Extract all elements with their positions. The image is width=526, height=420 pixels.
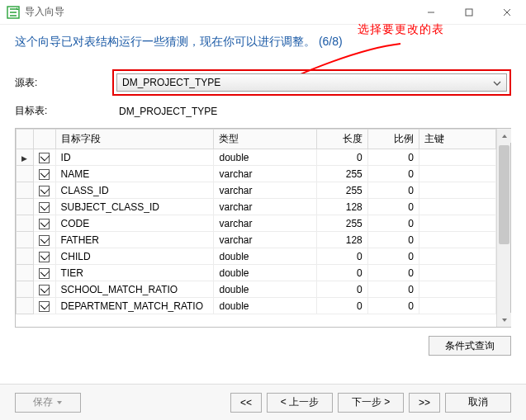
maximize-button[interactable] [450,0,488,25]
cell-scale[interactable]: 0 [367,265,419,281]
cell-length[interactable]: 0 [316,248,367,265]
vertical-scrollbar[interactable] [496,129,510,327]
cancel-button[interactable]: 取消 [445,393,511,413]
table-row[interactable]: CLASS_IDvarchar2550 [17,182,496,199]
cell-scale[interactable]: 0 [367,149,419,166]
back-button[interactable]: < 上一步 [267,393,333,413]
next-button[interactable]: 下一步 > [338,393,404,413]
checkbox-icon[interactable] [39,285,50,295]
table-row[interactable]: FATHERvarchar1280 [17,232,496,248]
table-row[interactable]: IDdouble00 [17,149,496,166]
table-row[interactable]: TIERdouble00 [17,265,496,281]
cell-scale[interactable]: 0 [367,248,419,265]
cell-type[interactable]: double [214,248,316,265]
col-scale[interactable]: 比例 [367,130,419,149]
cell-pk[interactable] [419,182,495,199]
cell-length[interactable]: 128 [316,199,367,215]
table-row[interactable]: SCHOOL_MATCH_RATIOdouble00 [17,281,496,298]
col-pk[interactable]: 主键 [419,130,495,149]
cell-scale[interactable]: 0 [367,182,419,199]
cell-field[interactable]: CHILD [55,248,214,265]
cell-field[interactable]: SUBJECT_CLASS_ID [55,199,214,215]
col-field[interactable]: 目标字段 [55,130,214,149]
cell-type[interactable]: double [214,298,316,314]
cell-field[interactable]: CODE [55,215,214,232]
cell-scale[interactable]: 0 [367,166,419,182]
cell-type[interactable]: varchar [214,182,316,199]
row-checkbox-cell[interactable] [33,232,55,248]
cell-length[interactable]: 0 [316,149,367,166]
cell-length[interactable]: 255 [316,182,367,199]
table-row[interactable]: NAMEvarchar2550 [17,166,496,182]
table-row[interactable]: DEPARTMENT_MATCH_RATIOdouble00 [17,298,496,314]
last-button[interactable]: >> [409,393,440,413]
cell-field[interactable]: CLASS_ID [55,182,214,199]
cell-pk[interactable] [419,149,495,166]
checkbox-icon[interactable] [39,219,50,229]
cell-length[interactable]: 255 [316,215,367,232]
row-checkbox-cell[interactable] [33,149,55,166]
cell-pk[interactable] [419,281,495,298]
table-row[interactable]: SUBJECT_CLASS_IDvarchar1280 [17,199,496,215]
cell-scale[interactable]: 0 [367,215,419,232]
cell-type[interactable]: varchar [214,199,316,215]
close-button[interactable] [488,0,526,25]
cell-type[interactable]: varchar [214,166,316,182]
scroll-up-icon[interactable] [497,129,511,143]
checkbox-icon[interactable] [39,268,50,279]
cell-pk[interactable] [419,298,495,314]
cell-field[interactable]: NAME [55,166,214,182]
scroll-thumb[interactable] [499,145,509,244]
row-checkbox-cell[interactable] [33,265,55,281]
cell-type[interactable]: varchar [214,232,316,248]
cell-pk[interactable] [419,265,495,281]
cell-length[interactable]: 128 [316,232,367,248]
row-checkbox-cell[interactable] [33,199,55,215]
cell-scale[interactable]: 0 [367,281,419,298]
cell-field[interactable]: TIER [55,265,214,281]
row-checkbox-cell[interactable] [33,182,55,199]
conditional-query-button[interactable]: 条件式查询 [429,336,511,356]
scroll-down-icon[interactable] [497,313,511,327]
row-checkbox-cell[interactable] [33,281,55,298]
cell-pk[interactable] [419,166,495,182]
checkbox-icon[interactable] [39,235,50,246]
cell-type[interactable]: double [214,149,316,166]
checkbox-icon[interactable] [39,169,50,180]
cell-field[interactable]: FATHER [55,232,214,248]
col-length[interactable]: 长度 [316,130,367,149]
cell-type[interactable]: double [214,265,316,281]
cell-length[interactable]: 255 [316,166,367,182]
cell-pk[interactable] [419,199,495,215]
cell-pk[interactable] [419,248,495,265]
checkbox-icon[interactable] [39,186,50,196]
checkbox-icon[interactable] [39,252,50,262]
table-row[interactable]: CHILDdouble00 [17,248,496,265]
cell-field[interactable]: ID [55,149,214,166]
checkbox-icon[interactable] [39,301,50,312]
cell-type[interactable]: varchar [214,215,316,232]
checkbox-icon[interactable] [39,202,50,213]
cell-scale[interactable]: 0 [367,232,419,248]
checkbox-icon[interactable] [39,153,50,163]
cell-type[interactable]: double [214,281,316,298]
cell-scale[interactable]: 0 [367,199,419,215]
cell-pk[interactable] [419,215,495,232]
row-checkbox-cell[interactable] [33,215,55,232]
row-checkbox-cell[interactable] [33,298,55,314]
cell-length[interactable]: 0 [316,265,367,281]
cell-length[interactable]: 0 [316,298,367,314]
cell-pk[interactable] [419,232,495,248]
first-button[interactable]: << [230,393,262,413]
cell-field[interactable]: SCHOOL_MATCH_RATIO [55,281,214,298]
minimize-button[interactable] [412,0,450,25]
table-row[interactable]: CODEvarchar2550 [17,215,496,232]
save-button[interactable]: 保存 [15,393,81,413]
source-table-select[interactable]: DM_PROJECT_TYPE [116,73,507,92]
cell-length[interactable]: 0 [316,281,367,298]
cell-scale[interactable]: 0 [367,298,419,314]
row-checkbox-cell[interactable] [33,248,55,265]
cell-field[interactable]: DEPARTMENT_MATCH_RATIO [55,298,214,314]
col-type[interactable]: 类型 [214,130,316,149]
row-checkbox-cell[interactable] [33,166,55,182]
